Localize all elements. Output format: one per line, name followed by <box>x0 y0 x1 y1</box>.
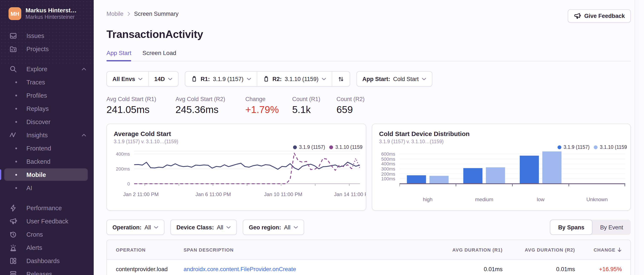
sidebar-item-dashboards[interactable]: Dashboards <box>0 254 94 267</box>
sidebar-item-label: Dashboards <box>26 257 60 264</box>
bullet-icon <box>15 174 17 175</box>
environment-filter[interactable]: All Envs <box>107 72 148 86</box>
cold-start-chart-plot[interactable] <box>134 151 360 189</box>
sidebar-item-label: Performance <box>26 204 62 211</box>
bullet-icon <box>15 161 17 162</box>
sidebar-item-ai[interactable]: AI <box>0 181 94 194</box>
column-header-change[interactable]: CHANGE <box>575 247 630 252</box>
chart-title: Cold Start Device Distribution <box>372 124 630 137</box>
sidebar-item-label: Replays <box>26 105 49 112</box>
breadcrumb-mobile[interactable]: Mobile <box>106 11 124 17</box>
chevron-down-icon <box>246 77 251 80</box>
app-window: MH Markus Hinterst… Markus Hintersteiner… <box>0 0 644 275</box>
sidebar-item-explore[interactable]: Explore <box>0 62 94 76</box>
projects-icon <box>9 45 17 53</box>
sidebar-item-crons[interactable]: Crons <box>0 228 94 241</box>
sidebar-item-user-feedback[interactable]: User Feedback <box>0 214 94 228</box>
main-content: Mobile Screen Summary Give Feedback Tran… <box>94 0 639 275</box>
chart-legend: 3.1.9 (1157) 3.1.10 (1159 <box>293 145 362 150</box>
nav-section-gap <box>0 56 94 62</box>
bullet-icon <box>15 81 17 83</box>
avatar: MH <box>8 7 21 20</box>
column-header-avg-duration-r1[interactable]: AVG DURATION (R1) <box>430 247 502 252</box>
sidebar-item-projects[interactable]: Projects <box>0 42 94 56</box>
toggle-by-event[interactable]: By Event <box>592 219 631 235</box>
sidebar-item-issues[interactable]: Issues <box>0 29 94 42</box>
cell-change: +16.95% <box>575 266 630 272</box>
sidebar-item-profiles[interactable]: Profiles <box>0 89 94 102</box>
megaphone-icon <box>9 217 17 225</box>
sidebar-item-releases[interactable]: Releases <box>0 267 94 275</box>
sidebar-item-alerts[interactable]: Alerts <box>0 241 94 254</box>
geo-region-filter[interactable]: Geo region: All <box>243 220 304 234</box>
legend-dot <box>594 145 598 149</box>
legend-dot <box>293 145 297 149</box>
column-header-avg-duration-r2[interactable]: AVG DURATION (R2) <box>502 247 575 252</box>
sidebar: MH Markus Hinterst… Markus Hintersteiner… <box>0 0 94 275</box>
sidebar-item-frontend[interactable]: Frontend <box>0 142 94 155</box>
legend-item-r1[interactable]: 3.1.9 (1157) <box>293 145 325 150</box>
stats-row: Avg Cold Start (R1) 241.05ms Avg Cold St… <box>106 96 631 116</box>
device-chart-plot[interactable] <box>400 151 625 189</box>
cell-span-description-link[interactable]: androidx.core.content.FileProvider.onCre… <box>184 266 430 272</box>
sidebar-item-performance[interactable]: Performance <box>0 201 94 214</box>
sidebar-item-label: Discover <box>26 118 50 125</box>
chevron-up-icon[interactable] <box>82 134 86 136</box>
chevron-down-icon <box>294 226 298 229</box>
pulse-icon <box>9 131 17 139</box>
sidebar-item-label: Frontend <box>26 145 51 152</box>
scrollbar-track[interactable] <box>635 0 639 275</box>
chevron-down-icon <box>154 226 159 229</box>
org-user-switcher[interactable]: MH Markus Hinterst… Markus Hintersteiner <box>0 0 94 26</box>
bullet-icon <box>15 121 17 123</box>
sidebar-item-mobile[interactable]: Mobile <box>0 168 94 181</box>
active-item-indicator <box>0 169 1 180</box>
legend-item-r2[interactable]: 3.1.10 (1159 <box>330 145 362 150</box>
legend-dot <box>330 145 333 149</box>
column-header-operation[interactable]: OPERATION <box>107 247 184 252</box>
legend-item-r1[interactable]: 3.1.9 (1157) <box>558 145 590 150</box>
spans-table: OPERATION SPAN DESCRIPTION AVG DURATION … <box>106 240 631 275</box>
stat-avg-cold-start-r2: Avg Cold Start (R2) 245.36ms <box>176 96 245 116</box>
cell-operation: contentprovider.load <box>107 266 184 272</box>
sidebar-item-label: AI <box>26 184 32 191</box>
spans-toolbar: Operation: All Device Class: All Geo reg… <box>106 219 631 235</box>
give-feedback-button[interactable]: Give Feedback <box>568 9 631 23</box>
tab-app-start[interactable]: App Start <box>106 50 132 61</box>
dashboard-icon <box>9 257 17 264</box>
device-class-filter[interactable]: Device Class: All <box>171 220 236 234</box>
sidebar-item-label: Crons <box>26 231 43 238</box>
nav-section-gap <box>0 194 94 201</box>
user-name: Markus Hinterst… <box>26 7 77 14</box>
filter-bar: All Envs 14D R1: 3.1.9 (1157) <box>106 71 631 87</box>
column-header-span-description[interactable]: SPAN DESCRIPTION <box>184 247 430 252</box>
chevron-down-icon <box>321 77 326 80</box>
app-start-type-filter[interactable]: App Start: Cold Start <box>357 72 432 86</box>
table-header-row: OPERATION SPAN DESCRIPTION AVG DURATION … <box>107 240 630 260</box>
search-icon <box>9 65 17 73</box>
sidebar-item-backend[interactable]: Backend <box>0 155 94 168</box>
sidebar-item-replays[interactable]: Replays <box>0 102 94 115</box>
tab-screen-load[interactable]: Screen Load <box>142 50 176 61</box>
chevron-down-icon <box>226 226 231 229</box>
toggle-by-spans[interactable]: By Spans <box>550 219 592 235</box>
cell-avg-duration-r2: 0.01ms <box>502 266 575 272</box>
sidebar-item-traces[interactable]: Traces <box>0 76 94 89</box>
swap-releases-button[interactable] <box>332 72 350 86</box>
sidebar-item-label: Releases <box>26 270 52 275</box>
release-1-selector[interactable]: R1: 3.1.9 (1157) <box>185 72 256 86</box>
sidebar-item-insights[interactable]: Insights <box>0 128 94 142</box>
chevron-up-icon[interactable] <box>82 68 86 70</box>
device-distribution-chart-card: Cold Start Device Distribution 3.1.9 (11… <box>372 124 631 211</box>
page-title: TransactionActivity <box>106 28 631 41</box>
releases-icon <box>9 270 17 275</box>
sidebar-item-label: Issues <box>26 32 44 39</box>
date-range-filter[interactable]: 14D <box>149 72 178 86</box>
operation-filter[interactable]: Operation: All <box>107 220 164 234</box>
sidebar-item-label: Profiles <box>26 92 47 99</box>
table-row[interactable]: contentprovider.load androidx.core.conte… <box>107 260 630 275</box>
legend-item-r2[interactable]: 3.1.10 (1159 <box>594 145 627 150</box>
release-2-selector[interactable]: R2: 3.1.10 (1159) <box>257 72 332 86</box>
swap-arrows-icon <box>338 76 344 82</box>
sidebar-item-discover[interactable]: Discover <box>0 115 94 128</box>
